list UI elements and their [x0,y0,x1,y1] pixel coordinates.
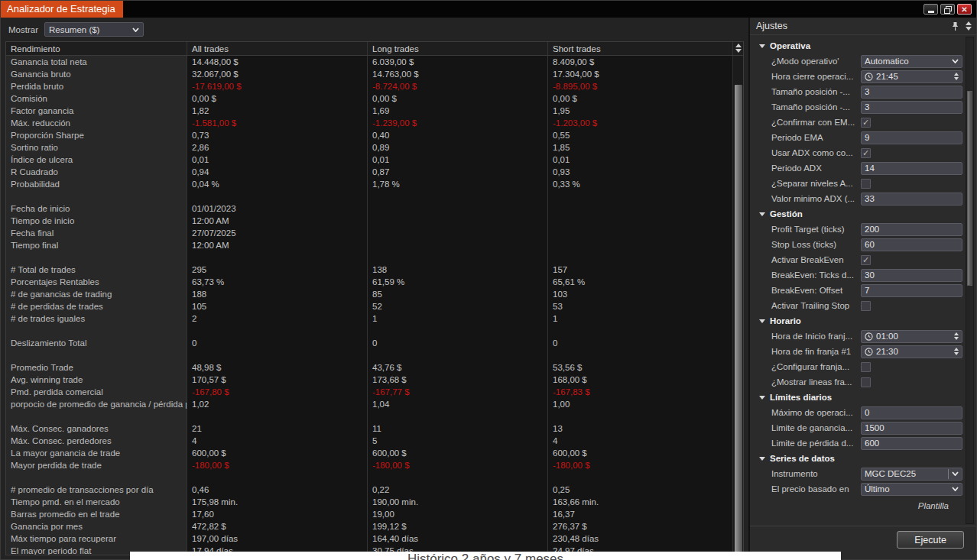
settings-scrollbar[interactable] [966,37,974,524]
metric-value-all: -167,80 $ [187,386,367,398]
setting-time-field[interactable]: 21:45 [861,70,962,83]
setting-checkbox[interactable]: ✓ [861,118,871,128]
table-row[interactable]: Máx tiempo para recuperar197,00 días164,… [6,532,732,545]
setting-time-field[interactable]: 21:30 [861,345,962,358]
setting-combo[interactable]: Automatico [861,55,962,68]
mostrar-dropdown[interactable]: Resumen ($) [44,22,144,37]
settings-group-horario[interactable]: Horario [755,313,962,329]
table-row[interactable]: # de ganancias de trading18885103 [6,288,732,300]
setting-input[interactable]: 14 [861,162,962,175]
table-row[interactable]: Ganancia por mes472,82 $199,12 $276,37 $ [6,520,732,532]
table-row[interactable]: Comisión0,00 $0,00 $0,00 $ [6,92,732,105]
metric-value-all: 105 [187,300,367,312]
pin-icon[interactable] [951,21,959,31]
table-row[interactable]: Máx. Consec. perdedores454 [6,435,732,447]
table-row[interactable]: Promedio Trade48,98 $43,76 $53,56 $ [6,361,732,374]
table-row[interactable]: porpocio de promedio de ganancia / pérdi… [6,398,732,410]
table-row[interactable]: Tiempo pmd. en el mercado175,98 min.190,… [6,496,732,508]
table-row[interactable]: Factor ganancia1,821,691,95 [6,105,732,117]
ejecute-button[interactable]: Ejecute [897,531,964,549]
spinner-icon[interactable] [954,348,959,355]
table-row[interactable]: Tiempo final12:00 AM [6,239,732,251]
setting-combo[interactable]: MGC DEC25 [861,468,962,481]
metric-value-all: 17,60 [187,508,367,520]
setting-input[interactable]: 0 [861,406,962,419]
table-row[interactable] [6,325,732,337]
table-row[interactable] [6,410,732,422]
table-row[interactable]: Proporción Sharpe0,730,400,55 [6,129,732,141]
metric-value-long: 600,00 $ [367,447,547,459]
table-row[interactable] [6,251,732,264]
table-row[interactable]: Barras promedio en el trade17,6019,0016,… [6,508,732,520]
table-row[interactable] [6,190,732,202]
setting-input[interactable]: 3 [861,86,962,99]
table-row[interactable]: Índice de ulcera0,010,010,01 [6,154,732,166]
table-scrollbar[interactable] [732,56,743,555]
setting-checkbox[interactable] [861,377,871,387]
table-row[interactable]: La mayor ganancia de trade600,00 $600,00… [6,447,732,459]
panel-spinner-icon[interactable] [966,21,972,31]
settings-group-gestión[interactable]: Gestión [755,206,962,222]
table-row[interactable]: R Cuadrado0,940,870,93 [6,166,732,178]
plantilla-link[interactable]: Plantilla [918,501,949,510]
spinner-icon[interactable] [735,44,742,53]
table-row[interactable]: # Total de trades295138157 [6,264,732,276]
spinner-icon[interactable] [954,73,959,80]
setting-input[interactable]: 33 [861,193,962,206]
setting-input[interactable]: 3 [861,101,962,114]
setting-combo[interactable]: Último [861,483,962,496]
column-header-short-trades[interactable]: Short trades [547,42,732,55]
setting-input[interactable]: 200 [861,223,962,236]
table-row[interactable] [6,349,732,361]
table-row[interactable]: # promedio de transacciones por día0,460… [6,484,732,496]
settings-group-límites-diarios[interactable]: Límites diarios [755,390,962,405]
clock-icon [865,73,873,81]
table-row[interactable] [6,471,732,484]
column-header-long-trades[interactable]: Long trades [367,42,547,55]
table-row[interactable]: # de perdidas de trades1055253 [6,300,732,312]
metric-value-all: 0 [187,337,367,349]
table-row[interactable]: # de trades iguales211 [6,312,732,325]
setting-input[interactable]: 1500 [861,422,962,435]
table-row[interactable]: Fecha de inicio01/01/2023 [6,202,732,215]
table-row[interactable]: Tiempo de inicio12:00 AM [6,215,732,227]
table-row[interactable]: Deslizamiento Total000 [6,337,732,349]
setting-checkbox[interactable] [861,179,871,189]
column-header-all-trades[interactable]: All trades [187,42,367,55]
table-row[interactable]: Probabilidad0,04 %1,78 %0,33 % [6,178,732,190]
table-row[interactable]: Fecha final27/07/2025 [6,227,732,239]
setting-time-field[interactable]: 01:00 [861,330,962,343]
table-row[interactable]: Perdida bruto-17.619,00 $-8.724,00 $-8.8… [6,80,732,92]
table-row[interactable]: Porcentajes Rentables63,73 %61,59 %65,61… [6,276,732,288]
table-row[interactable]: Sortino ratio2,860,891,85 [6,141,732,154]
setting-checkbox[interactable] [861,362,871,372]
setting-input[interactable]: 30 [861,269,962,282]
setting-label: BreakEven: Ticks d... [771,270,861,280]
setting-checkbox[interactable]: ✓ [861,255,871,265]
minimize-button[interactable] [923,4,938,15]
setting-input[interactable]: 600 [861,437,962,450]
table-scrollbar-thumb[interactable] [735,85,742,552]
setting-checkbox[interactable]: ✓ [861,148,871,158]
restore-button[interactable] [940,4,955,15]
settings-group-operativa[interactable]: Operativa [755,38,962,53]
table-row[interactable]: Máx. reducción-1.581,00 $-1.239,00 $-1.2… [6,117,732,129]
column-header-rendimiento[interactable]: Rendimiento [6,42,187,55]
table-row[interactable]: Ganancia total neta14.448,00 $6.039,00 $… [6,56,732,68]
table-row[interactable]: Pmd. perdida comercial-167,80 $-167,77 $… [6,386,732,398]
table-row[interactable]: Máx. Consec. ganadores211113 [6,422,732,435]
setting-input[interactable]: 9 [861,131,962,144]
setting-row: InstrumentoMGC DEC25 [755,466,962,481]
setting-input[interactable]: 60 [861,238,962,251]
settings-group-series-de-datos[interactable]: Series de datos [755,451,962,466]
setting-input[interactable]: 7 [861,284,962,297]
window-title-tab[interactable]: Analizador de Estrategia [1,1,123,18]
metric-value-long: 1 [367,312,547,325]
table-row[interactable]: Ganancia bruto32.067,00 $14.763,00 $17.3… [6,68,732,80]
table-row[interactable]: Avg. winning trade170,57 $173,68 $168,00… [6,374,732,386]
setting-checkbox[interactable] [861,301,871,311]
table-row[interactable]: Mayor perdida de trade-180,00 $-180,00 $… [6,459,732,471]
settings-scrollbar-thumb[interactable] [967,91,972,286]
spinner-icon[interactable] [954,332,959,340]
close-button[interactable]: ✕ [957,4,972,15]
